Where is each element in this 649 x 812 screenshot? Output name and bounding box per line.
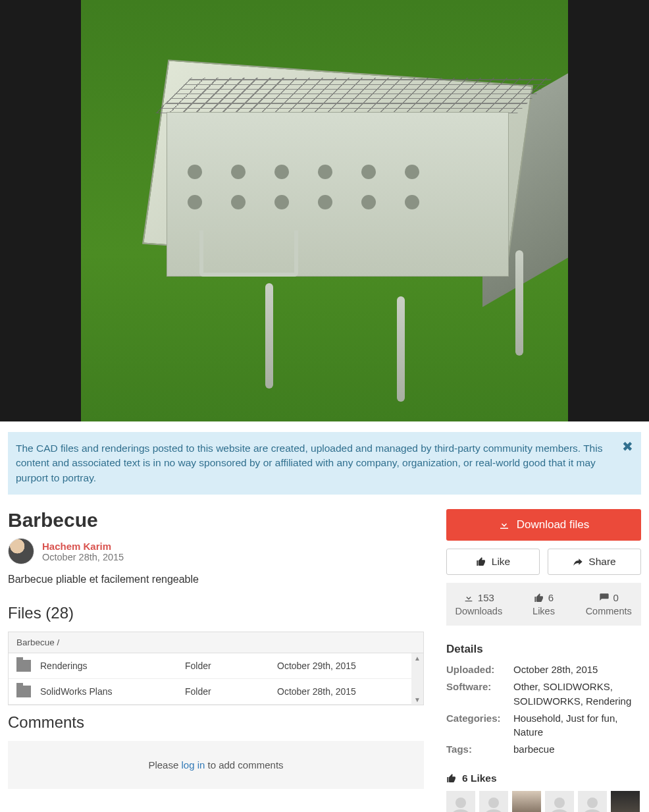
file-date: October 29th, 2015 bbox=[277, 661, 415, 671]
file-type: Folder bbox=[185, 661, 277, 671]
share-button[interactable]: Share bbox=[548, 549, 641, 575]
download-icon bbox=[498, 519, 510, 531]
details-heading: Details bbox=[446, 643, 641, 656]
description: Barbecue pliable et facilement rengeable bbox=[8, 574, 424, 585]
liker-avatar[interactable] bbox=[479, 791, 508, 812]
liker-avatar[interactable] bbox=[578, 791, 607, 812]
stat-likes: 6 Likes bbox=[511, 592, 577, 616]
breadcrumb[interactable]: Barbecue / bbox=[9, 632, 423, 653]
author-link[interactable]: Hachem Karim bbox=[42, 541, 124, 552]
comment-icon bbox=[599, 593, 610, 603]
upload-date: October 28th, 2015 bbox=[42, 552, 124, 562]
details-section: Details Uploaded:October 28th, 2015 Soft… bbox=[446, 643, 641, 757]
stat-comments: 0 Comments bbox=[576, 592, 641, 616]
share-icon bbox=[573, 556, 583, 567]
files-heading: Files (28) bbox=[8, 604, 424, 622]
scroll-up-icon[interactable]: ▲ bbox=[411, 653, 423, 663]
thumbs-up-icon bbox=[476, 556, 486, 567]
folder-icon bbox=[16, 686, 31, 697]
file-name: SolidWorks Plans bbox=[40, 686, 185, 697]
download-button[interactable]: Download files bbox=[446, 509, 641, 541]
files-table: Barbecue / Renderings Folder October 29t… bbox=[8, 632, 424, 705]
likes-section: 6 Likes bbox=[446, 772, 641, 812]
liker-avatar[interactable] bbox=[512, 791, 541, 812]
table-row[interactable]: SolidWorks Plans Folder October 28th, 20… bbox=[9, 679, 423, 705]
liker-avatar[interactable] bbox=[446, 791, 475, 812]
close-icon[interactable]: ✖ bbox=[622, 437, 633, 456]
stats-bar: 153 Downloads 6 Likes 0 Comments bbox=[446, 583, 641, 626]
disclaimer-text: The CAD files and renderings posted to t… bbox=[16, 443, 602, 483]
table-row[interactable]: Renderings Folder October 29th, 2015 bbox=[9, 653, 423, 679]
login-link[interactable]: log in bbox=[181, 759, 205, 771]
liker-avatar[interactable] bbox=[611, 791, 640, 812]
comments-heading: Comments bbox=[8, 713, 424, 732]
thumbs-up-icon bbox=[446, 773, 457, 784]
file-date: October 28th, 2015 bbox=[277, 686, 415, 697]
download-icon bbox=[463, 593, 474, 603]
page-title: Barbecue bbox=[8, 509, 424, 531]
stat-downloads: 153 Downloads bbox=[446, 592, 511, 616]
file-name: Renderings bbox=[40, 661, 185, 671]
thumbs-up-icon bbox=[534, 593, 544, 603]
file-type: Folder bbox=[185, 686, 277, 697]
model-render[interactable] bbox=[81, 0, 568, 421]
hero-image-area bbox=[0, 0, 649, 421]
disclaimer-banner: The CAD files and renderings posted to t… bbox=[8, 432, 641, 495]
liker-avatar[interactable] bbox=[545, 791, 574, 812]
avatar[interactable] bbox=[8, 538, 34, 564]
comments-prompt: Please log in to add comments bbox=[8, 741, 424, 789]
scrollbar[interactable]: ▲▼ bbox=[411, 653, 423, 705]
like-button[interactable]: Like bbox=[446, 549, 540, 575]
folder-icon bbox=[16, 660, 31, 672]
scroll-down-icon[interactable]: ▼ bbox=[411, 695, 423, 705]
